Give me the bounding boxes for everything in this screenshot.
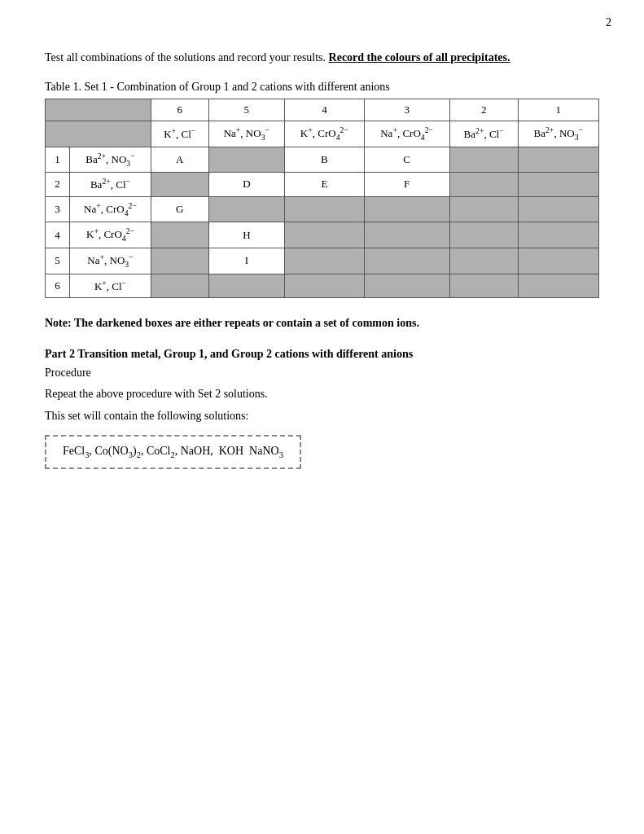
cell-1-3: C [364, 147, 449, 173]
row-num-4: 4 [46, 222, 70, 248]
intro-paragraph: Test all combinations of the solutions a… [45, 49, 599, 66]
table-header-topleft2 [46, 121, 151, 147]
cell-2-1 [518, 173, 598, 197]
row-chem-2: Ba2+, Cl− [70, 173, 151, 197]
col-num-5: 5 [208, 99, 285, 121]
col-chem-6: K+, Cl− [151, 121, 209, 147]
col-num-3: 3 [364, 99, 449, 121]
page-number: 2 [606, 16, 611, 29]
row-chem-5: Na+, NO3− [70, 248, 151, 274]
cell-2-2 [449, 173, 518, 197]
row-num-5: 5 [46, 248, 70, 274]
col-num-4: 4 [285, 99, 364, 121]
col-num-6: 6 [151, 99, 209, 121]
table-row: 5 Na+, NO3− I [46, 248, 599, 274]
cell-1-5 [208, 147, 285, 173]
cell-4-3 [364, 222, 449, 248]
row-num-1: 1 [46, 147, 70, 173]
table-row: 3 Na+, CrO42− G [46, 196, 599, 222]
cell-6-2 [449, 274, 518, 298]
row-chem-4: K+, CrO42− [70, 222, 151, 248]
cell-4-5: H [208, 222, 285, 248]
intro-text1: Test all combinations of the solutions a… [45, 51, 326, 64]
cell-4-1 [518, 222, 598, 248]
cell-4-6 [151, 222, 209, 248]
row-num-2: 2 [46, 173, 70, 197]
table-header-topleft [46, 99, 151, 121]
cell-5-4 [285, 248, 364, 274]
cell-1-4: B [285, 147, 364, 173]
col-num-2: 2 [449, 99, 518, 121]
cell-2-3: F [364, 173, 449, 197]
part2-line1: Repeat the above procedure with Set 2 so… [45, 385, 599, 403]
cell-1-1 [518, 147, 598, 173]
solutions-text: FeCl3, Co(NO3)2, CoCl2, NaOH, KOH NaNO3 [63, 445, 283, 457]
table-row: 4 K+, CrO42− H [46, 222, 599, 248]
cell-3-6: G [151, 196, 209, 222]
col-num-1: 1 [518, 99, 598, 121]
cell-5-1 [518, 248, 598, 274]
cell-2-6 [151, 173, 209, 197]
row-num-6: 6 [46, 274, 70, 298]
note-section: Note: The darkened boxes are either repe… [45, 314, 599, 331]
part2-procedure-label: Procedure [45, 364, 599, 382]
solutions-box: FeCl3, Co(NO3)2, CoCl2, NaOH, KOH NaNO3 [45, 435, 301, 469]
cell-6-6 [151, 274, 209, 298]
part2-line2: This set will contain the following solu… [45, 407, 599, 425]
row-chem-1: Ba2+, NO3− [70, 147, 151, 173]
note-text: Note: The darkened boxes are either repe… [45, 317, 419, 329]
cell-2-5: D [208, 173, 285, 197]
col-chem-5: Na+, NO3− [208, 121, 285, 147]
table-row: 6 K+, Cl− [46, 274, 599, 298]
table-row: 2 Ba2+, Cl− D E F [46, 173, 599, 197]
cell-3-3 [364, 196, 449, 222]
intro-text2-bold: Record the colours of all precipitates. [329, 51, 510, 64]
cell-6-4 [285, 274, 364, 298]
cell-1-2 [449, 147, 518, 173]
table-caption: Table 1. Set 1 - Combination of Group 1 … [45, 81, 599, 94]
col-chem-4: K+, CrO42− [285, 121, 364, 147]
row-num-3: 3 [46, 196, 70, 222]
cell-3-5 [208, 196, 285, 222]
cell-5-2 [449, 248, 518, 274]
cell-6-5 [208, 274, 285, 298]
col-chem-3: Na+, CrO42− [364, 121, 449, 147]
cell-5-3 [364, 248, 449, 274]
cell-4-4 [285, 222, 364, 248]
cell-5-5: I [208, 248, 285, 274]
cell-4-2 [449, 222, 518, 248]
cell-3-1 [518, 196, 598, 222]
cell-5-6 [151, 248, 209, 274]
cell-1-6: A [151, 147, 209, 173]
part2-title: Part 2 Transition metal, Group 1, and Gr… [45, 348, 599, 361]
col-chem-2: Ba2+, Cl− [449, 121, 518, 147]
table-row: 1 Ba2+, NO3− A B C [46, 147, 599, 173]
cell-6-3 [364, 274, 449, 298]
cell-2-4: E [285, 173, 364, 197]
combination-table: 6 5 4 3 2 1 K+, Cl− Na+, NO3− K+, CrO42−… [45, 99, 599, 298]
row-chem-3: Na+, CrO42− [70, 196, 151, 222]
row-chem-6: K+, Cl− [70, 274, 151, 298]
col-chem-1: Ba2+, NO3− [518, 121, 598, 147]
cell-6-1 [518, 274, 598, 298]
cell-3-4 [285, 196, 364, 222]
cell-3-2 [449, 196, 518, 222]
part2-section: Part 2 Transition metal, Group 1, and Gr… [45, 348, 599, 469]
